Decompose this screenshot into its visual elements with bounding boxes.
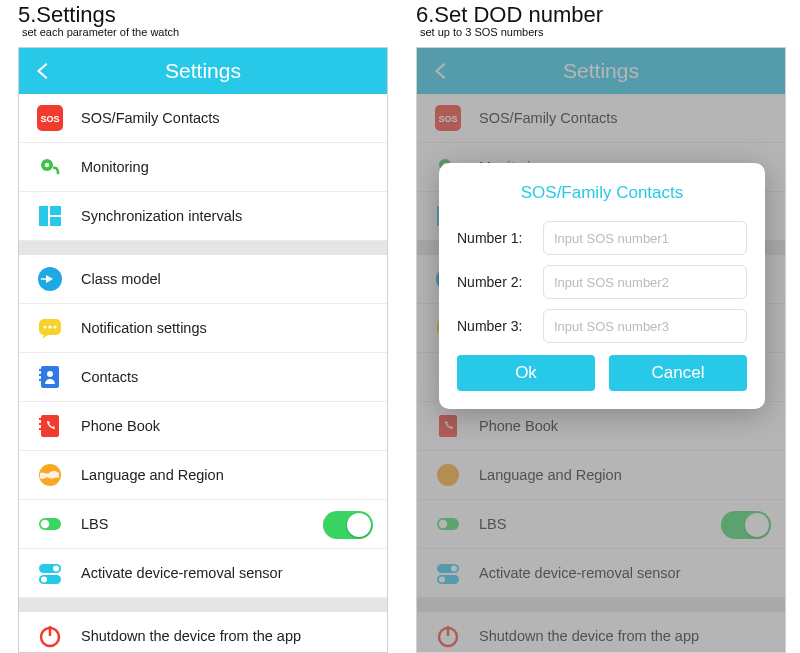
row-label: SOS/Family Contacts <box>81 110 220 126</box>
step-title: 5.Settings <box>18 0 388 28</box>
row-sync-intervals[interactable]: Synchronization intervals <box>19 192 387 241</box>
settings-list-group-3: Shutdown the device from the app <box>19 612 387 653</box>
row-monitoring[interactable]: Monitoring <box>19 143 387 192</box>
svg-point-18 <box>47 371 53 377</box>
sos-contacts-modal: SOS/Family Contacts Number 1: Number 2: … <box>439 163 765 409</box>
panel-step-6: 6.Set DOD number set up to 3 SOS numbers… <box>416 0 786 653</box>
sos-number-3-input[interactable] <box>543 309 747 343</box>
phone-screen-right: Settings SOS SOS/Family Contacts Monitor… <box>416 47 786 653</box>
section-gap <box>19 241 387 255</box>
field-row-2: Number 2: <box>457 265 747 299</box>
row-sos-family-contacts[interactable]: SOS SOS/Family Contacts <box>19 94 387 143</box>
svg-point-27 <box>53 566 59 572</box>
row-label: Phone Book <box>81 418 160 434</box>
svg-rect-21 <box>39 423 42 425</box>
row-label: Synchronization intervals <box>81 208 242 224</box>
header-title: Settings <box>165 59 241 83</box>
settings-list-group-1: SOS SOS/Family Contacts Monitoring Synch… <box>19 94 387 241</box>
svg-point-12 <box>48 325 51 328</box>
monitor-icon <box>37 154 63 180</box>
row-device-removal-sensor[interactable]: Activate device-removal sensor <box>19 549 387 598</box>
removal-sensor-icon <box>37 560 63 586</box>
row-contacts[interactable]: Contacts <box>19 353 387 402</box>
class-model-icon <box>37 266 63 292</box>
svg-rect-15 <box>39 369 42 371</box>
field-label: Number 2: <box>457 274 543 290</box>
lbs-toggle-icon <box>37 511 63 537</box>
svg-rect-6 <box>50 206 61 215</box>
settings-list-group-2: Class model Notification settings Contac… <box>19 255 387 598</box>
row-phone-book[interactable]: Phone Book <box>19 402 387 451</box>
svg-point-25 <box>41 520 50 529</box>
svg-point-11 <box>43 325 46 328</box>
row-notification-settings[interactable]: Notification settings <box>19 304 387 353</box>
phone-book-icon <box>37 413 63 439</box>
field-label: Number 1: <box>457 230 543 246</box>
globe-icon <box>37 462 63 488</box>
row-shutdown-device[interactable]: Shutdown the device from the app <box>19 612 387 653</box>
sos-number-2-input[interactable] <box>543 265 747 299</box>
svg-rect-5 <box>39 206 48 226</box>
row-label: Language and Region <box>81 467 224 483</box>
ok-button[interactable]: Ok <box>457 355 595 391</box>
svg-rect-17 <box>39 379 42 381</box>
app-header: Settings <box>19 48 387 94</box>
svg-point-3 <box>45 163 49 167</box>
contacts-icon <box>37 364 63 390</box>
field-row-1: Number 1: <box>457 221 747 255</box>
svg-rect-16 <box>39 374 42 376</box>
svg-rect-20 <box>39 418 42 420</box>
row-label: Shutdown the device from the app <box>81 628 301 644</box>
row-language-region[interactable]: Language and Region <box>19 451 387 500</box>
back-arrow-icon[interactable] <box>33 60 55 82</box>
svg-rect-22 <box>39 428 42 430</box>
row-label: Monitoring <box>81 159 149 175</box>
step-subtitle: set each parameter of the watch <box>18 26 388 38</box>
section-gap <box>19 598 387 612</box>
modal-button-row: Ok Cancel <box>457 355 747 391</box>
modal-title: SOS/Family Contacts <box>457 183 747 203</box>
field-row-3: Number 3: <box>457 309 747 343</box>
svg-point-13 <box>53 325 56 328</box>
step-title: 6.Set DOD number <box>416 0 786 28</box>
sos-number-1-input[interactable] <box>543 221 747 255</box>
cancel-button[interactable]: Cancel <box>609 355 747 391</box>
phone-screen-left: Settings SOS SOS/Family Contacts Monitor… <box>18 47 388 653</box>
sync-icon <box>37 203 63 229</box>
notification-icon <box>37 315 63 341</box>
row-label: LBS <box>81 516 108 532</box>
row-label: Activate device-removal sensor <box>81 565 282 581</box>
row-label: Class model <box>81 271 161 287</box>
svg-point-29 <box>41 577 47 583</box>
panel-step-5: 5.Settings set each parameter of the wat… <box>18 0 388 653</box>
row-lbs[interactable]: LBS <box>19 500 387 549</box>
svg-text:SOS: SOS <box>40 114 59 124</box>
sos-icon: SOS <box>37 105 63 131</box>
power-icon <box>37 623 63 649</box>
row-label: Notification settings <box>81 320 207 336</box>
row-label: Contacts <box>81 369 138 385</box>
row-class-model[interactable]: Class model <box>19 255 387 304</box>
svg-rect-7 <box>50 217 61 226</box>
lbs-switch[interactable] <box>323 511 373 539</box>
field-label: Number 3: <box>457 318 543 334</box>
svg-point-4 <box>57 172 60 175</box>
